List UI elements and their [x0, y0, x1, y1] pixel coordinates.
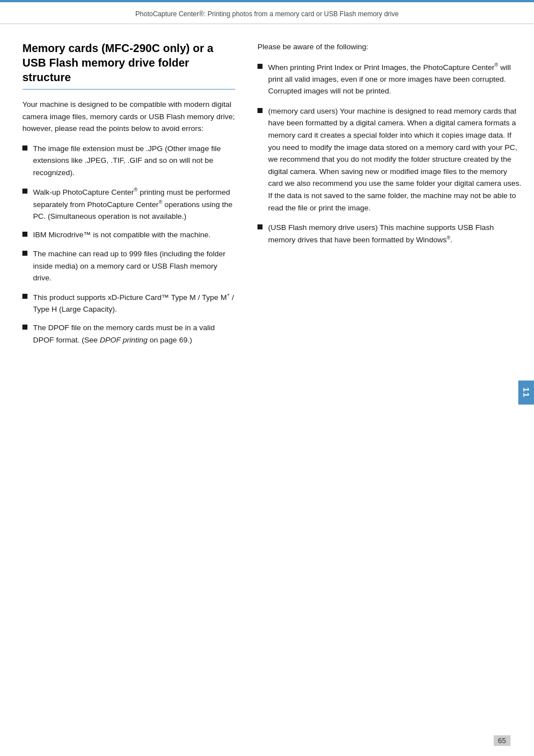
list-item: (USB Flash memory drive users) This mach… [257, 222, 523, 246]
bullet-icon [22, 145, 27, 151]
chapter-tab: 11 [518, 381, 534, 405]
bullet-text: Walk-up PhotoCapture Center® printing mu… [33, 186, 235, 223]
list-item: Walk-up PhotoCapture Center® printing mu… [22, 186, 235, 223]
top-border [0, 0, 534, 2]
list-item: When printing Print Index or Print Image… [257, 61, 523, 97]
sub-paragraph: This machine supports USB Flash memory d… [268, 223, 494, 244]
list-item: The image file extension must be .JPG (O… [22, 143, 235, 179]
bullet-text: (USB Flash memory drive users) This mach… [268, 222, 523, 246]
bullet-text: The machine can read up to 999 files (in… [33, 248, 235, 284]
bullet-icon [22, 232, 27, 237]
bullet-icon [257, 108, 263, 113]
right-column: Please be aware of the following: When p… [252, 41, 523, 353]
bullet-text: The DPOF file on the memory cards must b… [33, 322, 235, 346]
page-content: Memory cards (MFC-290C only) or a USB Fl… [0, 24, 534, 370]
bullet-icon [22, 251, 27, 256]
right-bullet-list: When printing Print Index or Print Image… [257, 61, 523, 246]
bullet-icon [22, 294, 27, 299]
bullet-icon [22, 189, 27, 194]
header-text: PhotoCapture Center®: Printing photos fr… [135, 10, 399, 18]
right-intro: Please be aware of the following: [257, 41, 523, 53]
bullet-icon [257, 64, 263, 69]
header-bar: PhotoCapture Center®: Printing photos fr… [0, 2, 534, 24]
list-item: This product supports xD-Picture Card™ T… [22, 291, 235, 316]
bullet-icon [22, 325, 27, 330]
page-number: 65 [494, 735, 510, 746]
bullet-text: The image file extension must be .JPG (O… [33, 143, 235, 179]
bullet-text: This product supports xD-Picture Card™ T… [33, 291, 235, 316]
bullet-icon [257, 224, 263, 229]
list-item: The machine can read up to 999 files (in… [22, 248, 235, 284]
list-item: IBM Microdrive™ is not compatible with t… [22, 229, 235, 241]
sub-paragraph: When a digital camera formats a memory c… [268, 119, 521, 212]
bullet-text: IBM Microdrive™ is not compatible with t… [33, 229, 235, 241]
section-title: Memory cards (MFC-290C only) or a USB Fl… [22, 41, 235, 90]
bullet-list: The image file extension must be .JPG (O… [22, 143, 235, 346]
list-item: The DPOF file on the memory cards must b… [22, 322, 235, 346]
list-item: (memory card users) Your machine is desi… [257, 105, 523, 214]
bullet-text: When printing Print Index or Print Image… [268, 61, 523, 97]
bullet-text: (memory card users) Your machine is desi… [268, 105, 523, 214]
left-column: Memory cards (MFC-290C only) or a USB Fl… [22, 41, 235, 353]
intro-text: Your machine is designed to be compatibl… [22, 98, 235, 135]
